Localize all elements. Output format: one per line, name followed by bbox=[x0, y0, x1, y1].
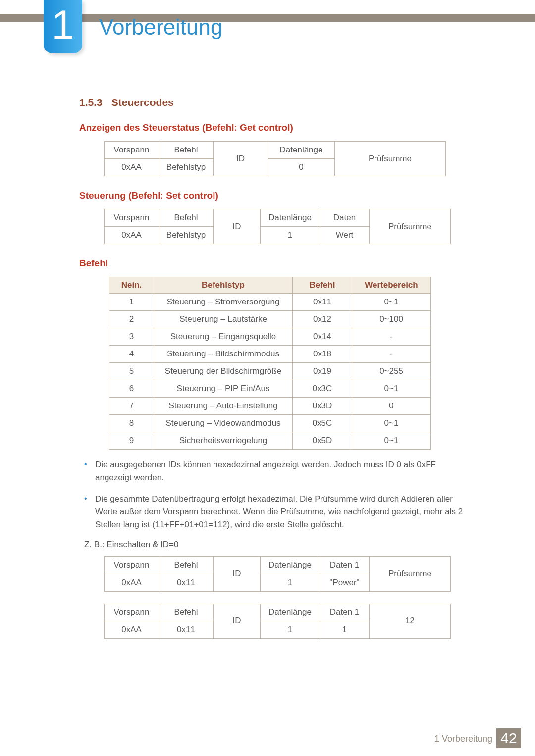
table-cell: Steuerung – Videowandmodus bbox=[154, 415, 293, 432]
table-cell: Befehl bbox=[159, 142, 214, 159]
table-cell: Daten 1 bbox=[320, 556, 370, 574]
table-cell: Sicherheitsverriegelung bbox=[154, 432, 293, 450]
section-title: Steuercodes bbox=[111, 97, 174, 108]
note-item: Die ausgegebenen IDs können hexadezimal … bbox=[84, 458, 466, 485]
table-cell: Steuerung – Eingangsquelle bbox=[154, 328, 293, 346]
table-cell: ID bbox=[214, 142, 268, 176]
table-cell: Befehl bbox=[159, 209, 214, 227]
footer-label: 1 Vorbereitung bbox=[434, 734, 492, 744]
table-cell: Daten bbox=[320, 209, 370, 227]
table-cell: 8 bbox=[109, 415, 154, 432]
table-row: 9Sicherheitsverriegelung0x5D0~1 bbox=[109, 432, 431, 450]
table-row: 4Steuerung – Bildschirmmodus0x18- bbox=[109, 346, 431, 363]
table-cell: 0 bbox=[268, 159, 335, 176]
table-cell: Vorspann bbox=[105, 209, 159, 227]
table-header: Nein. bbox=[109, 277, 154, 294]
table-cell: Prüfsumme bbox=[370, 209, 451, 244]
table-cell: 0x5C bbox=[293, 415, 352, 432]
table-cell: Steuerung – Bildschirmmodus bbox=[154, 346, 293, 363]
table-cell: 0x5D bbox=[293, 432, 352, 450]
table-cell: - bbox=[352, 346, 431, 363]
table-header: Wertebereich bbox=[352, 277, 431, 294]
table-cell: Befehl bbox=[159, 604, 214, 621]
table-cell: 0~1 bbox=[352, 380, 431, 398]
table-cell: - bbox=[352, 328, 431, 346]
table-row: 1Steuerung – Stromversorgung0x110~1 bbox=[109, 294, 431, 311]
table-row: 8Steuerung – Videowandmodus0x5C0~1 bbox=[109, 415, 431, 432]
table-header: Befehl bbox=[293, 277, 352, 294]
table-cell: Datenlänge bbox=[268, 142, 335, 159]
table-cell: ID bbox=[214, 209, 261, 244]
table-header: Befehlstyp bbox=[154, 277, 293, 294]
table-cell: Prüfsumme bbox=[370, 556, 451, 591]
table-cell: 0xAA bbox=[105, 621, 159, 638]
chapter-number-badge: 1 bbox=[44, 0, 82, 53]
table-example-2: Vorspann Befehl ID Datenlänge Daten 1 12… bbox=[104, 604, 451, 639]
table-cell: Befehl bbox=[159, 556, 214, 574]
table-cell: 1 bbox=[320, 621, 370, 638]
table-cell: 1 bbox=[261, 621, 320, 638]
table-cell: 9 bbox=[109, 432, 154, 450]
table-cell: 3 bbox=[109, 328, 154, 346]
table-cell: 0~1 bbox=[352, 294, 431, 311]
table-example-1: Vorspann Befehl ID Datenlänge Daten 1 Pr… bbox=[104, 556, 451, 592]
example-label: Z. B.: Einschalten & ID=0 bbox=[84, 540, 466, 550]
table-cell: 0xAA bbox=[105, 574, 159, 591]
table-cell: 0 bbox=[352, 398, 431, 415]
table-cell: 0x3D bbox=[293, 398, 352, 415]
table-row: 6Steuerung – PIP Ein/Aus0x3C0~1 bbox=[109, 380, 431, 398]
table-row: 7Steuerung – Auto-Einstellung0x3D0 bbox=[109, 398, 431, 415]
table-row: 2Steuerung – Lautstärke0x120~100 bbox=[109, 311, 431, 328]
table-cell: ID bbox=[214, 604, 261, 638]
table-row: 3Steuerung – Eingangsquelle0x14- bbox=[109, 328, 431, 346]
table-cell: 4 bbox=[109, 346, 154, 363]
table-cell: 12 bbox=[370, 604, 451, 638]
table-cell: Prüfsumme bbox=[335, 142, 446, 176]
table-cell: Steuerung – PIP Ein/Aus bbox=[154, 380, 293, 398]
table-cell: Vorspann bbox=[105, 604, 159, 621]
table-cell: 0x12 bbox=[293, 311, 352, 328]
chapter-title: Vorbereitung bbox=[99, 15, 223, 40]
table-cell: Daten 1 bbox=[320, 604, 370, 621]
table-cell: 0x11 bbox=[159, 574, 214, 591]
table-cell: Steuerung – Stromversorgung bbox=[154, 294, 293, 311]
note-item: Die gesammte Datenübertragung erfolgt he… bbox=[84, 493, 466, 532]
table-get-control: Vorspann Befehl ID Datenlänge Prüfsumme … bbox=[104, 141, 446, 176]
subsection-set-control: Steuerung (Befehl: Set control) bbox=[79, 190, 466, 201]
subsection-get-control: Anzeigen des Steuerstatus (Befehl: Get c… bbox=[79, 122, 466, 133]
table-cell: 0xAA bbox=[105, 227, 159, 244]
table-cell: 6 bbox=[109, 380, 154, 398]
table-cell: ID bbox=[214, 556, 261, 591]
table-set-control: Vorspann Befehl ID Datenlänge Daten Prüf… bbox=[104, 209, 451, 244]
table-cell: Steuerung – Auto-Einstellung bbox=[154, 398, 293, 415]
section-number: 1.5.3 bbox=[79, 97, 103, 108]
table-cell: Datenlänge bbox=[261, 556, 320, 574]
table-cell: 0x11 bbox=[293, 294, 352, 311]
page-content: 1.5.3Steuercodes Anzeigen des Steuerstat… bbox=[79, 97, 466, 651]
table-cell: 1 bbox=[261, 574, 320, 591]
table-cell: 5 bbox=[109, 363, 154, 380]
table-cell: 0x14 bbox=[293, 328, 352, 346]
subsection-command: Befehl bbox=[79, 258, 466, 269]
table-commands: Nein. Befehlstyp Befehl Wertebereich 1St… bbox=[109, 277, 431, 450]
table-cell: 7 bbox=[109, 398, 154, 415]
table-cell: 0~100 bbox=[352, 311, 431, 328]
table-cell: Wert bbox=[320, 227, 370, 244]
table-cell: Vorspann bbox=[105, 556, 159, 574]
page-number-badge: 42 bbox=[496, 728, 521, 748]
table-cell: 1 bbox=[109, 294, 154, 311]
table-cell: Steuerung der Bildschirmgröße bbox=[154, 363, 293, 380]
table-row: 5Steuerung der Bildschirmgröße0x190~255 bbox=[109, 363, 431, 380]
table-cell: 0~1 bbox=[352, 432, 431, 450]
table-cell: Befehlstyp bbox=[159, 159, 214, 176]
notes-list: Die ausgegebenen IDs können hexadezimal … bbox=[84, 458, 466, 532]
table-cell: 0xAA bbox=[105, 159, 159, 176]
table-cell: 0~255 bbox=[352, 363, 431, 380]
section-heading: 1.5.3Steuercodes bbox=[79, 97, 466, 108]
table-cell: "Power" bbox=[320, 574, 370, 591]
table-cell: Steuerung – Lautstärke bbox=[154, 311, 293, 328]
table-cell: Datenlänge bbox=[261, 209, 320, 227]
table-cell: 0x11 bbox=[159, 621, 214, 638]
table-cell: 2 bbox=[109, 311, 154, 328]
table-cell: 0x19 bbox=[293, 363, 352, 380]
